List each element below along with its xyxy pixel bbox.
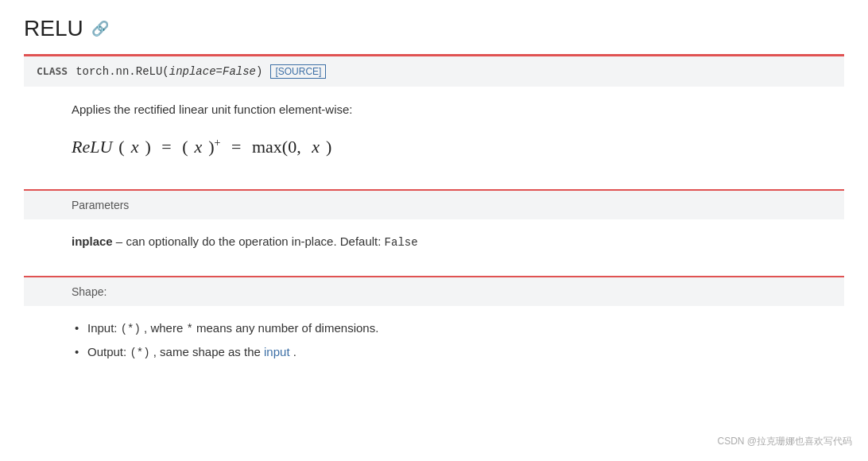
shape-input-star: *	[186, 323, 192, 335]
param-default-false: False	[385, 236, 418, 249]
shape-list: Input: (*) , where * means any number of…	[72, 319, 828, 362]
formula-x3: x	[312, 137, 320, 157]
shape-output-item: Output: (*) , same shape as the input .	[72, 343, 828, 362]
class-full-signature: torch.nn.ReLU(inplace=False)	[76, 65, 262, 78]
parameters-label: Parameters	[72, 199, 129, 211]
formula-max-close: )	[326, 137, 331, 157]
source-link[interactable]: [SOURCE]	[270, 64, 326, 79]
formula-paren-open: (	[118, 137, 124, 157]
shape-label: Shape:	[72, 285, 107, 298]
shape-content: Input: (*) , where * means any number of…	[24, 306, 844, 383]
watermark: CSDN @拉克珊娜也喜欢写代码	[717, 435, 852, 448]
param-desc-inplace: can optionally do the operation in-place…	[126, 234, 384, 248]
param-name-inplace: inplace	[72, 234, 113, 248]
shape-output-code: (*)	[130, 347, 149, 359]
shape-input-code: (*)	[121, 323, 141, 335]
param-dash: –	[116, 234, 126, 248]
param-inplace: inplace – can optionally do the operatio…	[72, 232, 828, 251]
shape-output-same: , same shape as the	[153, 345, 264, 358]
description-block: Applies the rectified linear unit functi…	[24, 103, 844, 189]
formula-x: x	[131, 137, 139, 157]
formula-x2: x	[195, 137, 203, 157]
shape-section-wrapper: Shape: Input: (*) , where * means any nu…	[24, 276, 844, 383]
page-title-container: RELU 🔗	[24, 16, 844, 41]
relu-formula: ReLU ( x ) = ( x )+ = max(0, x )	[72, 137, 331, 157]
page-title: RELU	[24, 16, 83, 41]
formula-equals1: =	[157, 137, 176, 157]
shape-input-item: Input: (*) , where * means any number of…	[72, 319, 828, 338]
class-signature-block: CLASS torch.nn.ReLU(inplace=False) [SOUR…	[24, 54, 844, 87]
parameters-content: inplace – can optionally do the operatio…	[24, 219, 844, 275]
anchor-link-icon[interactable]: 🔗	[91, 20, 109, 37]
formula-equals2: =	[227, 137, 246, 157]
shape-output-text: Output:	[87, 345, 130, 358]
shape-input-where: , where	[144, 321, 186, 335]
formula-max: max(0,	[252, 137, 305, 157]
shape-output-period: .	[293, 345, 296, 358]
formula-inner-paren: (	[182, 137, 188, 157]
parameters-section-header: Parameters	[24, 191, 844, 219]
parameters-section-wrapper: Parameters inplace – can optionally do t…	[24, 189, 844, 275]
math-formula-block: ReLU ( x ) = ( x )+ = max(0, x )	[72, 129, 828, 173]
shape-output-input-link[interactable]: input	[264, 345, 290, 358]
formula-inner-paren-close: )+	[208, 137, 220, 157]
class-keyword: CLASS	[37, 65, 68, 77]
formula-paren-close: )	[145, 137, 150, 157]
shape-input-dims: means any number of dimensions.	[196, 321, 378, 335]
shape-input-text: Input:	[87, 321, 121, 335]
description-text: Applies the rectified linear unit functi…	[72, 103, 828, 116]
class-module-path: torch.nn.ReLU(inplace=False)	[76, 65, 262, 78]
formula-relu: ReLU	[72, 137, 112, 157]
shape-section-header: Shape:	[24, 277, 844, 306]
